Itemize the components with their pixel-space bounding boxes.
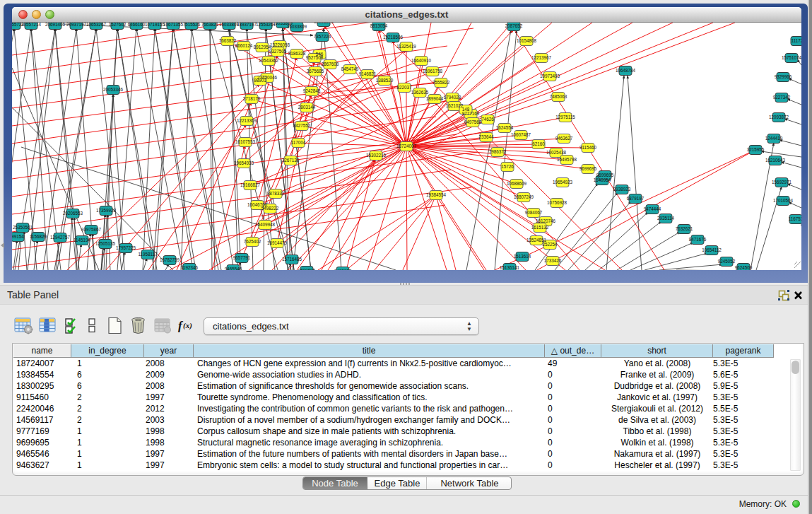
svg-text:20053346: 20053346 (103, 87, 124, 92)
svg-text:18807249: 18807249 (514, 194, 534, 199)
svg-text:9527508: 9527508 (306, 55, 324, 60)
svg-text:11172: 11172 (792, 38, 801, 43)
svg-text:9084067: 9084067 (525, 210, 543, 215)
svg-text:16210643: 16210643 (765, 158, 786, 163)
svg-text:117004: 117004 (291, 140, 306, 145)
svg-text:9227342: 9227342 (773, 95, 791, 100)
svg-text:16640910: 16640910 (411, 58, 432, 63)
svg-text:9242848: 9242848 (303, 88, 321, 93)
svg-text:1362635: 1362635 (411, 90, 429, 95)
svg-text:20206553: 20206553 (63, 211, 83, 216)
svg-text:7986372: 7986372 (489, 149, 507, 154)
svg-text:11325419: 11325419 (396, 44, 416, 49)
svg-text:7515526: 7515526 (183, 23, 201, 27)
svg-text:1156829: 1156829 (30, 234, 47, 239)
svg-text:6794028: 6794028 (444, 95, 461, 100)
svg-text:10648784: 10648784 (616, 68, 636, 73)
svg-text:7485063: 7485063 (550, 94, 567, 99)
svg-text:9699695: 9699695 (596, 173, 614, 177)
svg-text:18937197: 18937197 (237, 23, 257, 27)
svg-text:9624509: 9624509 (735, 265, 753, 270)
svg-text:16033809: 16033809 (287, 24, 307, 29)
svg-text:7663822: 7663822 (219, 38, 237, 43)
svg-text:2803144: 2803144 (298, 105, 316, 110)
svg-text:10756928: 10756928 (547, 200, 567, 205)
svg-text:20937197: 20937197 (66, 23, 87, 27)
svg-text:8427552: 8427552 (293, 123, 311, 128)
svg-text:10543362: 10543362 (259, 58, 279, 63)
svg-text:1192346: 1192346 (181, 265, 199, 270)
svg-text:9463627: 9463627 (334, 269, 352, 270)
svg-text:16961758: 16961758 (423, 69, 443, 74)
svg-text:10025438: 10025438 (546, 150, 567, 155)
svg-text:1145194: 1145194 (73, 238, 91, 243)
svg-text:1640954: 1640954 (594, 177, 611, 182)
svg-text:12942757: 12942757 (50, 235, 71, 240)
svg-text:7357224: 7357224 (314, 34, 331, 39)
svg-text:1615132: 1615132 (531, 225, 549, 230)
svg-text:116753: 116753 (789, 216, 801, 221)
svg-text:9777169: 9777169 (462, 111, 480, 116)
svg-text:7555822: 7555822 (433, 80, 450, 85)
svg-text:93975867: 93975867 (81, 227, 102, 232)
svg-text:16782759: 16782759 (160, 257, 180, 262)
svg-text:15726: 15726 (501, 164, 514, 169)
svg-text:19654923: 19654923 (553, 180, 573, 185)
svg-text:10719155: 10719155 (145, 23, 165, 27)
svg-text:10154808: 10154808 (517, 38, 537, 43)
svg-text:15692971: 15692971 (772, 180, 792, 185)
svg-text:3215955: 3215955 (747, 147, 765, 152)
svg-text:8813054: 8813054 (370, 23, 388, 28)
svg-text:17359928: 17359928 (96, 208, 117, 213)
svg-text:10653267: 10653267 (86, 23, 107, 27)
svg-text:8186328: 8186328 (288, 51, 306, 56)
svg-text:1527602: 1527602 (109, 23, 126, 27)
svg-text:17010504: 17010504 (773, 198, 794, 203)
svg-text:9327505: 9327505 (269, 49, 287, 54)
svg-text:5498222: 5498222 (261, 206, 279, 211)
svg-text:10654112: 10654112 (702, 247, 722, 252)
svg-text:9115460: 9115460 (579, 145, 597, 150)
svg-text:7663821: 7663821 (201, 23, 219, 27)
svg-text:252254: 252254 (542, 242, 558, 247)
svg-text:10671355: 10671355 (163, 23, 184, 27)
svg-text:8471676: 8471676 (689, 237, 707, 242)
svg-text:15302215: 15302215 (366, 153, 387, 158)
svg-text:2935114: 2935114 (657, 216, 675, 221)
svg-text:1513614: 1513614 (514, 254, 531, 259)
svg-text:20691406: 20691406 (45, 23, 66, 27)
svg-text:8938923: 8938923 (613, 187, 631, 192)
svg-text:12505135: 12505135 (95, 241, 116, 246)
svg-text:15136141: 15136141 (500, 265, 520, 270)
svg-text:16120746: 16120746 (536, 218, 556, 223)
svg-text:62160: 62160 (532, 141, 545, 146)
svg-text:18724007: 18724007 (396, 144, 417, 148)
svg-text:9463627: 9463627 (555, 136, 573, 141)
svg-text:12975115: 12975115 (555, 115, 575, 119)
svg-text:12093872: 12093872 (769, 115, 789, 119)
svg-text:20557214: 20557214 (21, 23, 42, 27)
svg-text:19166827: 19166827 (240, 182, 261, 187)
svg-text:10688609: 10688609 (507, 181, 527, 186)
svg-text:3675685: 3675685 (307, 69, 324, 74)
svg-text:10973493: 10973493 (540, 74, 560, 78)
svg-text:8660124: 8660124 (235, 43, 253, 48)
svg-text:822037: 822037 (396, 85, 412, 90)
svg-text:8454749: 8454749 (341, 66, 359, 71)
svg-text:16107553: 16107553 (235, 139, 256, 144)
svg-text:15495798: 15495798 (557, 157, 577, 162)
svg-text:12093872: 12093872 (314, 23, 334, 24)
svg-text:2867608: 2867608 (322, 62, 339, 66)
svg-text:6497568: 6497568 (464, 119, 482, 124)
svg-text:9146821: 9146821 (359, 71, 377, 76)
svg-text:9465546: 9465546 (225, 267, 242, 270)
svg-text:15716485: 15716485 (282, 257, 302, 262)
svg-text:25350561: 25350561 (13, 225, 33, 230)
svg-text:1733426: 1733426 (544, 258, 562, 263)
svg-text:9699695: 9699695 (298, 268, 316, 270)
svg-text:9699695: 9699695 (579, 166, 597, 171)
svg-text:12213369: 12213369 (237, 118, 257, 123)
svg-text:19218506: 19218506 (383, 35, 404, 40)
svg-text:74626: 74626 (481, 117, 494, 122)
svg-text:1899044: 1899044 (426, 96, 444, 101)
